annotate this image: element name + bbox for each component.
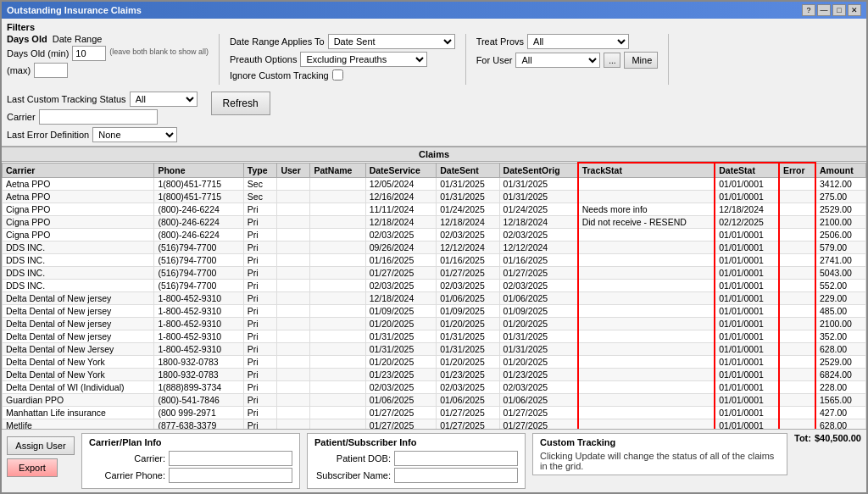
days-old-inputs: Days Old (min) (max) xyxy=(7,46,106,78)
table-row[interactable]: Guardian PPO(800)-541-7846Pri01/06/20250… xyxy=(3,394,866,407)
patient-dob-label: Patient DOB: xyxy=(314,453,391,463)
table-row[interactable]: Cigna PPO(800)-246-6224Pri11/11/202401/2… xyxy=(3,203,866,216)
days-old-min-label: Days Old (min) xyxy=(7,48,69,58)
col-trackstat: TrackStat xyxy=(578,163,715,178)
preauth-options-label: Preauth Options xyxy=(230,54,298,64)
patient-dob-row: Patient DOB: xyxy=(314,451,518,466)
minimize-button[interactable]: — xyxy=(817,4,831,16)
filters-section: Filters Days Old Date Range Days Old (mi… xyxy=(2,19,866,147)
carrier-plan-panel: Carrier/Plan Info Carrier: Carrier Phone… xyxy=(81,433,300,489)
mine-button[interactable]: Mine xyxy=(624,52,658,69)
last-custom-tracking-select[interactable]: All xyxy=(130,92,198,107)
table-row[interactable]: Delta Dental of New jersey1-800-452-9310… xyxy=(3,330,866,343)
table-row[interactable]: DDS INC.(516)794-7700Pri09/26/202412/12/… xyxy=(3,241,866,254)
carrier-phone-field-row: Carrier Phone: xyxy=(89,468,292,483)
table-row[interactable]: Aetna PPO1(800)451-7715Sec12/05/202401/3… xyxy=(3,178,866,191)
carrier-phone-label: Carrier Phone: xyxy=(89,470,165,480)
tracking-group: Last Custom Tracking Status All Carrier … xyxy=(7,92,198,142)
col-datesent: DateSent xyxy=(437,163,499,178)
filters-row: Days Old Date Range Days Old (min) (max) xyxy=(7,34,861,142)
days-old-date-range-group: Days Old Date Range Days Old (min) (max) xyxy=(7,34,209,78)
days-old-label: Days Old xyxy=(7,34,47,44)
window-title: Outstanding Insurance Claims xyxy=(7,5,142,15)
days-old-min-input[interactable] xyxy=(72,46,106,61)
assign-user-button[interactable]: Assign User xyxy=(7,436,75,455)
bottom-section: Assign User Export Carrier/Plan Info Car… xyxy=(2,429,866,492)
carrier-field-row: Carrier: xyxy=(89,451,292,466)
date-range-applies-select[interactable]: Date Sent xyxy=(328,34,455,49)
total-area: Tot: $40,500.00 xyxy=(794,433,861,445)
patient-subscriber-panel: Patient/Subscriber Info Patient DOB: Sub… xyxy=(307,433,526,489)
col-datestat: DateStat xyxy=(715,163,779,178)
table-row[interactable]: DDS INC.(516)794-7700Pri02/03/202502/03/… xyxy=(3,280,866,292)
col-patname: PatName xyxy=(310,163,365,178)
close-button[interactable]: ✕ xyxy=(848,4,861,16)
total-value: $40,500.00 xyxy=(815,433,861,443)
total-label: Tot: xyxy=(794,433,811,443)
col-phone: Phone xyxy=(154,163,243,178)
for-user-ellipsis-button[interactable]: ... xyxy=(604,53,620,68)
table-row[interactable]: Delta Dental of New jersey1-800-452-9310… xyxy=(3,305,866,318)
date-range-label: Date Range xyxy=(53,34,103,44)
filters-label: Filters xyxy=(7,22,861,32)
subscriber-name-row: Subscriber Name: xyxy=(314,468,518,483)
carrier-filter-input[interactable] xyxy=(39,109,158,125)
divider2 xyxy=(465,34,466,85)
table-row[interactable]: Metlife(877-638-3379Pri01/27/202501/27/2… xyxy=(3,419,866,430)
col-error: Error xyxy=(779,163,815,178)
title-bar: Outstanding Insurance Claims ? — □ ✕ xyxy=(2,2,866,19)
claims-table: Carrier Phone Type User PatName DateServ… xyxy=(2,162,866,429)
last-custom-tracking-label: Last Custom Tracking Status xyxy=(7,94,126,104)
treat-provs-label: Treat Provs xyxy=(476,36,524,47)
claims-table-header: Carrier Phone Type User PatName DateServ… xyxy=(3,163,866,178)
maximize-button[interactable]: □ xyxy=(832,4,846,16)
table-row[interactable]: Delta Dental of New jersey1-800-452-9310… xyxy=(3,292,866,305)
treat-provs-select[interactable]: All xyxy=(527,34,629,49)
table-row[interactable]: Delta Dental of WI (Individual)1(888)899… xyxy=(3,381,866,394)
bottom-actions: Assign User Export xyxy=(7,433,75,477)
refresh-button[interactable]: Refresh xyxy=(211,92,270,115)
refresh-col: Refresh xyxy=(211,92,270,115)
carrier-plan-title: Carrier/Plan Info xyxy=(89,437,292,447)
claims-header: Claims xyxy=(2,147,866,162)
days-old-max-input[interactable] xyxy=(34,63,68,78)
claims-section: Claims Carrier Phone Type User PatName D… xyxy=(2,147,866,429)
help-button[interactable]: ? xyxy=(802,4,815,16)
table-row[interactable]: Delta Dental of New Jersey1-800-452-9310… xyxy=(3,343,866,356)
divider3 xyxy=(668,34,669,85)
ignore-custom-tracking-checkbox[interactable] xyxy=(332,69,343,80)
patient-subscriber-title: Patient/Subscriber Info xyxy=(314,437,518,447)
col-type: Type xyxy=(243,163,277,178)
table-row[interactable]: Aetna PPO1(800)451-7715Sec12/16/202401/3… xyxy=(3,191,866,203)
main-window: Outstanding Insurance Claims ? — □ ✕ Fil… xyxy=(0,0,868,494)
treat-provs-group: Treat Provs All For User All ... Mine xyxy=(476,34,659,69)
ignore-custom-tracking-label: Ignore Custom Tracking xyxy=(230,70,329,80)
date-preauth-group: Date Range Applies To Date Sent Preauth … xyxy=(230,34,455,80)
table-row[interactable]: Cigna PPO(800)-246-6224Pri02/03/202502/0… xyxy=(3,229,866,241)
for-user-label: For User xyxy=(476,55,513,65)
col-user: User xyxy=(277,163,310,178)
table-row[interactable]: Cigna PPO(800)-246-6224Pri12/18/202412/1… xyxy=(3,216,866,229)
table-row[interactable]: DDS INC.(516)794-7700Pri01/27/202501/27/… xyxy=(3,267,866,280)
table-row[interactable]: Delta Dental of New York1800-932-0783Pri… xyxy=(3,356,866,369)
date-range-applies-label: Date Range Applies To xyxy=(230,36,325,47)
claims-grid-container[interactable]: Carrier Phone Type User PatName DateServ… xyxy=(2,162,866,429)
col-carrier: Carrier xyxy=(3,163,154,178)
last-error-definition-select[interactable]: None xyxy=(92,127,177,142)
table-row[interactable]: Delta Dental of New York1800-932-0783Pri… xyxy=(3,369,866,381)
window-controls: ? — □ ✕ xyxy=(802,4,861,16)
carrier-field-label: Carrier: xyxy=(89,453,165,463)
claims-table-body: Aetna PPO1(800)451-7715Sec12/05/202401/3… xyxy=(3,178,866,430)
table-row[interactable]: Delta Dental of New jersey1-800-452-9310… xyxy=(3,318,866,330)
export-button[interactable]: Export xyxy=(7,458,58,477)
last-error-definition-label: Last Error Definition xyxy=(7,130,89,140)
table-row[interactable]: DDS INC.(516)794-7700Pri01/16/202501/16/… xyxy=(3,254,866,267)
carrier-field-input[interactable] xyxy=(169,451,292,466)
for-user-select[interactable]: All xyxy=(515,53,600,68)
subscriber-name-input[interactable] xyxy=(394,468,518,483)
table-row[interactable]: Manhattan Life insurance(800 999-2971Pri… xyxy=(3,407,866,419)
carrier-phone-input[interactable] xyxy=(169,468,292,483)
patient-dob-input[interactable] xyxy=(394,451,518,466)
preauth-options-select[interactable]: Excluding Preauths xyxy=(300,52,427,67)
col-dateservice: DateService xyxy=(365,163,437,178)
